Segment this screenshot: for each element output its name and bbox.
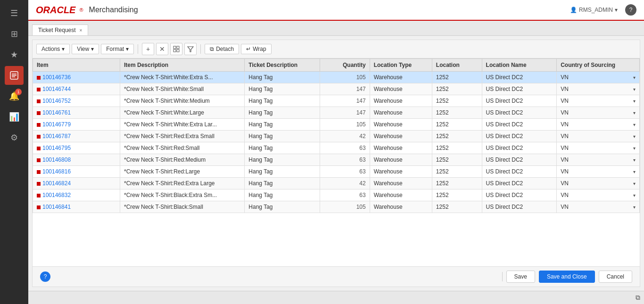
ticket-request-tab[interactable]: Ticket Request × <box>32 25 88 35</box>
country-dropdown-arrow[interactable]: ▾ <box>633 205 636 210</box>
delete-button[interactable]: ✕ <box>156 43 168 55</box>
cell-location-name: US Direct DC2 <box>482 178 557 189</box>
cell-location-type: Warehouse <box>370 95 432 107</box>
country-dropdown-arrow[interactable]: ▾ <box>633 75 636 80</box>
table-row[interactable]: 100146736*Crew Neck T-Shirt:White:Extra … <box>33 72 640 83</box>
format-button[interactable]: Format ▾ <box>101 44 134 54</box>
cell-item: 100146841 <box>33 201 120 213</box>
cell-location-name: US Direct DC2 <box>482 107 557 119</box>
cell-quantity: 63 <box>320 142 370 154</box>
cell-item: 100146787 <box>33 131 120 142</box>
country-dropdown-arrow[interactable]: ▾ <box>633 157 636 163</box>
grid-button[interactable] <box>170 43 182 55</box>
actions-button[interactable]: Actions ▾ <box>36 44 70 54</box>
cell-country[interactable]: VN▾ <box>557 119 640 131</box>
table-row[interactable]: 100146824*Crew Neck T-Shirt:Red:Extra La… <box>33 178 640 189</box>
save-button[interactable]: Save <box>506 271 535 283</box>
cell-country[interactable]: VN▾ <box>557 189 640 201</box>
item-link[interactable]: 100146795 <box>42 145 71 151</box>
item-link[interactable]: 100146816 <box>42 168 71 175</box>
wrap-icon: ↵ <box>246 46 251 52</box>
filter-button[interactable] <box>184 43 197 55</box>
country-dropdown-arrow[interactable]: ▾ <box>633 134 636 139</box>
cell-country[interactable]: VN▾ <box>557 178 640 189</box>
settings-icon[interactable]: ⚙ <box>5 128 24 147</box>
notification-badge: 1 <box>15 89 22 95</box>
user-info[interactable]: 👤 RMS_ADMIN ▾ <box>570 7 618 13</box>
item-link[interactable]: 100146787 <box>42 133 71 140</box>
chart-icon[interactable]: 📊 <box>5 107 24 126</box>
copy-icon[interactable]: ⧉ <box>636 294 640 302</box>
tab-close-button[interactable]: × <box>80 28 83 33</box>
col-header-country: Country of Sourcing <box>557 59 640 72</box>
cell-description: *Crew Neck T-Shirt:White:Medium <box>120 95 245 107</box>
svg-rect-6 <box>173 49 176 52</box>
table-row[interactable]: 100146752*Crew Neck T-Shirt:White:Medium… <box>33 95 640 107</box>
cell-country[interactable]: VN▾ <box>557 154 640 166</box>
table-row[interactable]: 100146816*Crew Neck T-Shirt:Red:LargeHan… <box>33 166 640 178</box>
country-dropdown-arrow[interactable]: ▾ <box>633 181 636 186</box>
cell-country[interactable]: VN▾ <box>557 142 640 154</box>
item-link[interactable]: 100146761 <box>42 109 71 116</box>
cancel-button[interactable]: Cancel <box>599 271 632 283</box>
home-icon[interactable]: ⊞ <box>5 25 24 43</box>
table-row[interactable]: 100146744*Crew Neck T-Shirt:White:SmallH… <box>33 83 640 95</box>
cell-location-type: Warehouse <box>370 201 432 213</box>
cell-ticket: Hang Tag <box>245 131 320 142</box>
item-link[interactable]: 100146752 <box>42 98 71 104</box>
actions-label: Actions <box>41 46 60 52</box>
cell-location-name: US Direct DC2 <box>482 72 557 83</box>
cell-country[interactable]: VN▾ <box>557 83 640 95</box>
country-value: VN <box>561 133 569 140</box>
country-dropdown-arrow[interactable]: ▾ <box>633 122 636 127</box>
view-button[interactable]: View ▾ <box>72 44 99 54</box>
country-value: VN <box>561 204 569 210</box>
help-icon-label: ? <box>629 7 633 13</box>
table-row[interactable]: 100146761*Crew Neck T-Shirt:White:LargeH… <box>33 107 640 119</box>
country-dropdown-arrow[interactable]: ▾ <box>633 169 636 174</box>
item-link[interactable]: 100146832 <box>42 192 71 198</box>
sidebar: ☰ ⊞ ★ 🔔 1 📊 ⚙ <box>0 0 28 304</box>
cell-location-name: US Direct DC2 <box>482 166 557 178</box>
cell-location-type: Warehouse <box>370 131 432 142</box>
table-row[interactable]: 100146841*Crew Neck T-Shirt:Black:SmallH… <box>33 201 640 213</box>
table-row[interactable]: 100146832*Crew Neck T-Shirt:Black:Extra … <box>33 189 640 201</box>
item-link[interactable]: 100146808 <box>42 156 71 163</box>
cell-country[interactable]: VN▾ <box>557 166 640 178</box>
col-header-quantity: Quantity <box>320 59 370 72</box>
item-link[interactable]: 100146736 <box>42 74 71 81</box>
country-dropdown-arrow[interactable]: ▾ <box>633 87 636 92</box>
table-row[interactable]: 100146808*Crew Neck T-Shirt:Red:MediumHa… <box>33 154 640 166</box>
footer-help-button[interactable]: ? <box>40 271 50 282</box>
item-link[interactable]: 100146744 <box>42 86 71 92</box>
menu-icon[interactable]: ☰ <box>5 4 24 23</box>
add-button[interactable]: + <box>142 43 154 55</box>
table-row[interactable]: 100146779*Crew Neck T-Shirt:White:Extra … <box>33 119 640 131</box>
cell-item: 100146816 <box>33 166 120 178</box>
item-link[interactable]: 100146824 <box>42 180 71 187</box>
table-row[interactable]: 100146787*Crew Neck T-Shirt:Red:Extra Sm… <box>33 131 640 142</box>
table-container[interactable]: Item Item Description Ticket Description… <box>33 58 640 266</box>
detach-button[interactable]: ⧉ Detach <box>205 44 239 54</box>
save-and-close-button[interactable]: Save and Close <box>539 271 595 283</box>
cell-description: *Crew Neck T-Shirt:Red:Medium <box>120 154 245 166</box>
item-link[interactable]: 100146779 <box>42 121 71 128</box>
cell-country[interactable]: VN▾ <box>557 131 640 142</box>
cell-country[interactable]: VN▾ <box>557 201 640 213</box>
table-row[interactable]: 100146795*Crew Neck T-Shirt:Red:SmallHan… <box>33 142 640 154</box>
notification-icon[interactable]: 🔔 1 <box>5 87 24 106</box>
cell-country[interactable]: VN▾ <box>557 72 640 83</box>
country-dropdown-arrow[interactable]: ▾ <box>633 99 636 104</box>
star-icon[interactable]: ★ <box>5 45 24 64</box>
country-dropdown-arrow[interactable]: ▾ <box>633 146 636 151</box>
cell-country[interactable]: VN▾ <box>557 95 640 107</box>
cell-country[interactable]: VN▾ <box>557 107 640 119</box>
svg-rect-4 <box>173 46 176 49</box>
wrap-button[interactable]: ↵ Wrap <box>241 44 271 54</box>
tasks-icon[interactable] <box>5 66 24 85</box>
item-link[interactable]: 100146841 <box>42 204 71 210</box>
help-button[interactable]: ? <box>625 4 636 16</box>
country-dropdown-arrow[interactable]: ▾ <box>633 110 636 115</box>
country-dropdown-arrow[interactable]: ▾ <box>633 193 636 198</box>
cell-quantity: 105 <box>320 72 370 83</box>
